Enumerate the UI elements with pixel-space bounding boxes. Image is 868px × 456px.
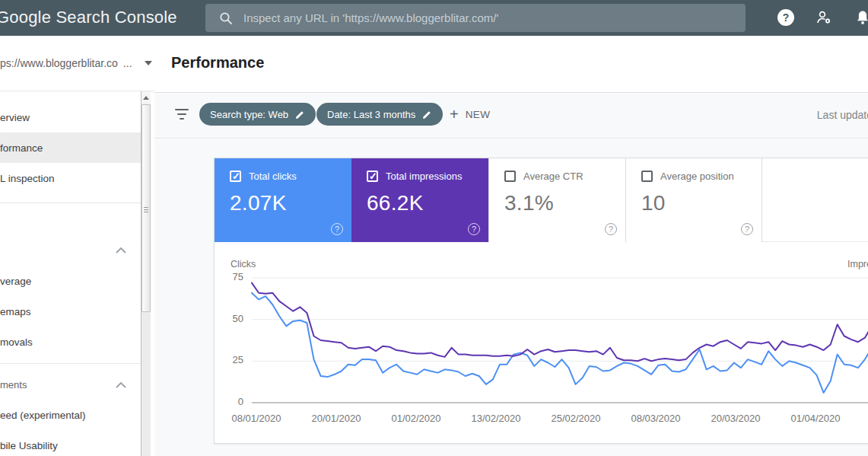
help-circle-icon[interactable] <box>331 223 343 235</box>
tile-label: Total impressions <box>386 171 462 182</box>
new-filter-button[interactable]: + NEW <box>450 103 490 126</box>
notifications-icon[interactable] <box>853 8 868 27</box>
nav-label: formance <box>0 142 43 154</box>
sidebar-divider <box>0 363 141 364</box>
x-axis-tick: 20/01/2020 <box>311 413 361 424</box>
sidebar-item-overview[interactable]: erview <box>0 102 141 132</box>
nav-label: verage <box>0 276 31 287</box>
logo-product-text: Search Console <box>51 8 177 27</box>
user-settings-icon[interactable] <box>814 8 834 27</box>
property-url: ps://www.bloggerblitar.co <box>0 57 118 69</box>
x-axis-labels: 08/01/2020 20/01/2020 01/02/2020 13/02/2… <box>252 413 868 425</box>
property-selector[interactable]: ps://www.bloggerblitar.co ... <box>0 36 154 91</box>
chip-label: Date: Last 3 months <box>327 109 415 120</box>
date-range-chip[interactable]: Date: Last 3 months <box>316 103 443 126</box>
x-axis-tick: 20/03/2020 <box>711 413 760 424</box>
y-axis-tick: 50 <box>221 313 243 324</box>
tile-value: 66.2K <box>367 191 488 215</box>
help-circle-icon[interactable] <box>741 223 753 235</box>
left-axis-title: Clicks <box>231 259 256 269</box>
scrollbar-up-arrow[interactable] <box>141 91 151 104</box>
tile-label: Total clicks <box>249 171 297 182</box>
sidebar-item-performance[interactable]: formance <box>0 132 141 163</box>
x-axis-tick: 25/02/2020 <box>551 413 600 424</box>
tile-value: 2.07K <box>230 191 351 215</box>
new-filter-label: NEW <box>466 109 491 120</box>
nav-label: eed (experimental) <box>0 410 86 421</box>
sidebar-item-url-inspection[interactable]: L inspection <box>0 163 141 193</box>
top-app-bar: Google Search Console <box>0 0 868 36</box>
performance-line-chart <box>252 278 868 404</box>
sidebar-item-mobile-usability[interactable]: bile Usability <box>0 430 141 456</box>
filter-icon[interactable] <box>175 109 189 123</box>
nav-label: movals <box>0 336 33 348</box>
help-circle-icon[interactable] <box>605 223 617 235</box>
help-question-glyph <box>777 9 794 26</box>
x-axis-tick: 13/02/2020 <box>471 413 520 424</box>
filter-bar: Search type: Web Date: Last 3 months + N… <box>154 94 868 139</box>
chevron-up-icon[interactable] <box>116 379 126 391</box>
sidebar: ps://www.bloggerblitar.co ... erview for… <box>0 36 154 456</box>
sidebar-item-removals[interactable]: movals <box>0 327 141 357</box>
tile-average-position[interactable]: Average position 10 <box>625 158 762 242</box>
nav-label: L inspection <box>0 173 55 184</box>
nav-label: emaps <box>0 306 31 317</box>
y-axis-tick: 75 <box>221 271 243 282</box>
metric-tiles-row: Total clicks 2.07K Total impressions 66.… <box>215 158 868 242</box>
help-icon[interactable] <box>776 8 796 27</box>
last-update-text: Last update <box>817 109 868 121</box>
sidebar-item-coverage[interactable]: verage <box>0 266 141 296</box>
tile-total-clicks[interactable]: Total clicks 2.07K <box>215 158 351 242</box>
x-axis-tick: 01/04/2020 <box>790 413 840 424</box>
dropdown-caret-icon <box>145 61 152 65</box>
y-axis-tick: 0 <box>221 396 243 407</box>
search-type-chip[interactable]: Search type: Web <box>199 103 316 126</box>
scrollbar-thumb[interactable] <box>141 104 151 312</box>
checkbox-total-clicks[interactable] <box>230 171 241 182</box>
nav-label: bile Usability <box>0 440 58 451</box>
x-axis-tick: 01/02/2020 <box>391 413 440 424</box>
sidebar-item-sitemaps[interactable]: emaps <box>0 296 141 327</box>
tile-average-ctr[interactable]: Average CTR 3.1% <box>488 158 625 242</box>
plus-icon: + <box>450 107 459 122</box>
help-circle-icon[interactable] <box>468 223 480 235</box>
sidebar-section-enhancements[interactable]: ments <box>0 369 141 400</box>
edit-pencil-icon <box>295 110 305 120</box>
tile-label: Average position <box>660 171 734 182</box>
performance-card: Total clicks 2.07K Total impressions 66.… <box>214 158 868 444</box>
property-url-ellipsis: ... <box>123 57 132 69</box>
sidebar-item-speed-experimental[interactable]: eed (experimental) <box>0 400 141 430</box>
search-console-performance-page: { "topbar": { "logo_text_bold": "Google"… <box>0 0 868 456</box>
page-title: Performance <box>171 54 264 72</box>
x-axis-tick: 08/03/2020 <box>631 413 680 424</box>
url-inspect-input[interactable] <box>243 11 746 24</box>
chevron-up-icon[interactable] <box>116 244 126 256</box>
edit-pencil-icon <box>422 110 432 120</box>
chip-label: Search type: Web <box>210 109 288 120</box>
url-inspect-searchbox[interactable] <box>205 4 746 32</box>
nav-label: ments <box>0 379 27 391</box>
nav-label: erview <box>0 112 30 123</box>
sidebar-section-index[interactable] <box>0 234 141 265</box>
checkbox-average-ctr[interactable] <box>504 171 516 182</box>
search-icon <box>219 11 233 25</box>
tile-total-impressions[interactable]: Total impressions 66.2K <box>351 158 488 242</box>
app-logo: Google Search Console <box>0 8 177 27</box>
tile-value: 3.1% <box>504 191 625 215</box>
sidebar-divider <box>0 202 141 203</box>
logo-google-text: Google <box>0 8 51 27</box>
sidebar-scrollbar[interactable] <box>141 91 151 456</box>
y-axis-tick: 25 <box>221 354 243 365</box>
scrollbar-grip <box>144 207 148 214</box>
checkbox-average-position[interactable] <box>641 171 653 182</box>
right-axis-title: Impre <box>847 259 868 269</box>
checkbox-total-impressions[interactable] <box>367 171 378 182</box>
tile-value: 10 <box>641 191 761 215</box>
tile-label: Average CTR <box>523 171 583 182</box>
main-header: Performance <box>154 36 868 93</box>
x-axis-tick: 08/01/2020 <box>231 413 281 424</box>
